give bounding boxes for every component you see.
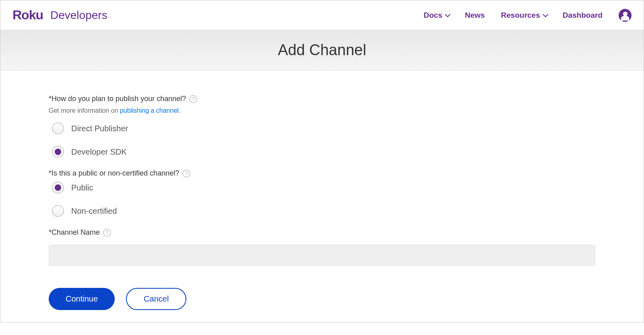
help-icon[interactable]: ? <box>182 170 190 178</box>
chevron-down-icon <box>445 11 450 17</box>
button-row: Continue Cancel <box>49 288 595 310</box>
public-question-label: *Is this a public or non-certified chann… <box>49 169 179 178</box>
radio-direct-publisher[interactable]: Direct Publisher <box>52 122 595 134</box>
channel-name-label: *Channel Name <box>49 228 100 237</box>
page-banner: Add Channel <box>0 30 644 70</box>
channel-name-row: *Channel Name ? <box>49 228 595 237</box>
radio-label-developer-sdk: Developer SDK <box>71 147 127 157</box>
channel-name-input[interactable] <box>49 245 595 266</box>
publish-question-row: *How do you plan to publish your channel… <box>49 95 595 103</box>
radio-developer-sdk[interactable]: Developer SDK <box>52 146 595 158</box>
publish-help-suffix: . <box>179 107 180 114</box>
radio-button[interactable] <box>52 146 64 158</box>
radio-label-public: Public <box>71 183 93 192</box>
header-left: Roku Developers <box>12 8 107 23</box>
publish-help-text: Get more information on publishing a cha… <box>49 107 595 114</box>
publish-question-label: *How do you plan to publish your channel… <box>49 95 186 103</box>
nav-dashboard[interactable]: Dashboard <box>563 11 603 20</box>
radio-non-certified[interactable]: Non-certified <box>52 205 595 217</box>
publishing-channel-link[interactable]: publishing a channel <box>120 107 179 114</box>
public-question-row: *Is this a public or non-certified chann… <box>49 169 595 178</box>
help-icon[interactable]: ? <box>189 95 197 103</box>
help-icon[interactable]: ? <box>103 229 111 237</box>
radio-public[interactable]: Public <box>52 182 595 194</box>
developers-label[interactable]: Developers <box>50 9 107 22</box>
nav-resources[interactable]: Resources <box>501 11 547 20</box>
form-content: *How do you plan to publish your channel… <box>0 70 644 322</box>
radio-button[interactable] <box>52 122 64 134</box>
nav-resources-label: Resources <box>501 11 540 20</box>
public-radio-group: Public Non-certified <box>49 182 595 217</box>
nav-dashboard-label: Dashboard <box>563 11 603 20</box>
cancel-button[interactable]: Cancel <box>126 288 186 310</box>
header: Roku Developers Docs News Resources Dash… <box>0 0 644 30</box>
logo[interactable]: Roku <box>12 8 43 23</box>
public-group: *Is this a public or non-certified chann… <box>49 169 595 217</box>
nav-news-label: News <box>465 11 485 20</box>
nav-news[interactable]: News <box>465 11 485 20</box>
continue-button[interactable]: Continue <box>49 288 115 310</box>
header-nav: Docs News Resources Dashboard <box>423 9 632 22</box>
radio-label-non-certified: Non-certified <box>71 207 117 216</box>
radio-button[interactable] <box>52 205 64 217</box>
account-icon[interactable] <box>619 9 632 22</box>
publish-radio-group: Direct Publisher Developer SDK <box>49 122 595 158</box>
radio-button[interactable] <box>52 182 64 194</box>
channel-name-group: *Channel Name ? <box>49 228 595 266</box>
publish-group: *How do you plan to publish your channel… <box>49 95 595 158</box>
page-title: Add Channel <box>0 41 644 59</box>
nav-docs-label: Docs <box>423 11 442 20</box>
radio-label-direct-publisher: Direct Publisher <box>71 124 128 133</box>
nav-docs[interactable]: Docs <box>423 11 448 20</box>
publish-help-prefix: Get more information on <box>49 107 120 114</box>
chevron-down-icon <box>543 11 548 17</box>
